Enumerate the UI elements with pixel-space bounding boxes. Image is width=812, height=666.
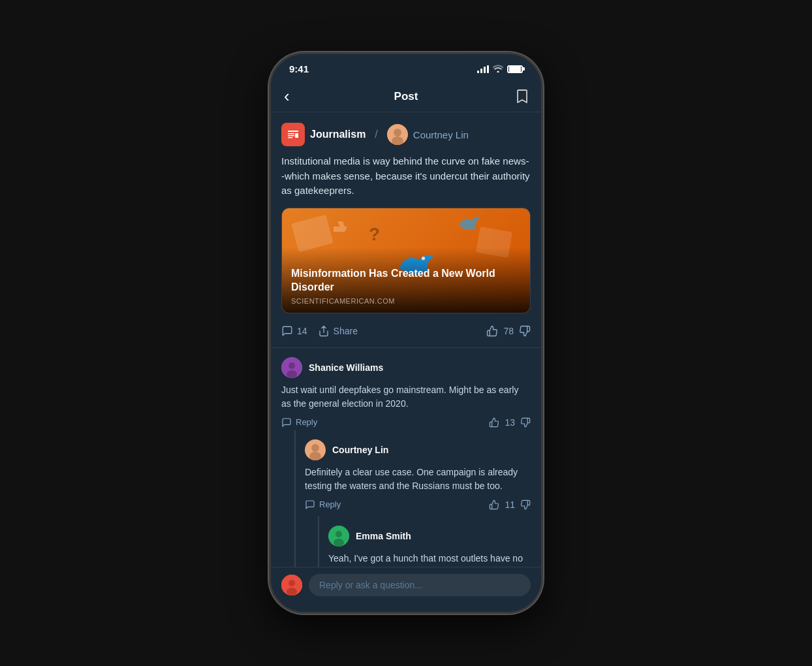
emma-header: Emma Smith	[328, 526, 531, 547]
courtney-downvote[interactable]	[520, 500, 531, 510]
battery-icon	[507, 65, 523, 73]
post-vote: 78	[486, 325, 531, 337]
svg-rect-1	[295, 133, 298, 138]
courtney-vote: 11	[489, 500, 531, 510]
main-post: Journalism / Courtney Lin	[271, 112, 541, 348]
comment-count: 14	[297, 326, 307, 336]
reply-input[interactable]	[309, 574, 531, 596]
article-image: ?	[282, 208, 530, 313]
courtney-avatar	[305, 439, 326, 460]
actions-left: 14 Share	[281, 325, 358, 337]
wifi-icon	[493, 64, 503, 74]
category-badge[interactable]: Journalism	[281, 123, 366, 146]
svg-point-17	[287, 588, 297, 595]
author-section[interactable]: Courtney Lin	[387, 124, 469, 145]
bookmark-button[interactable]	[507, 89, 528, 104]
article-overlay: Misinformation Has Created a New World D…	[282, 247, 530, 313]
comment-header-shanice: Shanice Williams	[281, 357, 531, 378]
courtney-upvote[interactable]	[489, 500, 499, 510]
shanice-upvote[interactable]	[489, 417, 499, 428]
svg-point-16	[289, 580, 295, 586]
svg-point-13	[336, 531, 342, 537]
svg-point-7	[289, 362, 295, 369]
post-header: Journalism / Courtney Lin	[281, 123, 531, 146]
article-title: Misinformation Has Created a New World D…	[291, 267, 521, 294]
article-source: SCIENTIFICAMERICAN.COM	[291, 297, 521, 305]
svg-point-14	[334, 539, 344, 547]
deco-question: ?	[369, 224, 380, 245]
reply-courtney-header: Courtney Lin	[305, 439, 531, 460]
nav-bar: ‹ Post	[271, 80, 541, 112]
svg-point-10	[311, 444, 319, 452]
post-actions: 14 Share 78	[281, 323, 531, 340]
shanice-reply-label: Reply	[296, 417, 317, 427]
phone-screen: 9:41	[271, 54, 541, 612]
author-avatar	[387, 124, 408, 145]
phone-device: 9:41	[269, 52, 543, 614]
deco-bird-2	[458, 214, 480, 236]
page-title: Post	[394, 90, 418, 103]
bottom-input-bar	[271, 567, 541, 612]
share-label: Share	[334, 326, 358, 336]
back-button[interactable]: ‹	[284, 86, 305, 106]
bookmark-icon	[516, 89, 528, 104]
shanice-downvote[interactable]	[520, 417, 531, 428]
reply-icon-1	[281, 417, 292, 428]
upvote-icon[interactable]	[486, 325, 498, 337]
vote-count: 78	[503, 326, 514, 336]
category-name: Journalism	[310, 129, 366, 140]
category-icon	[281, 123, 305, 146]
downvote-icon[interactable]	[519, 325, 531, 337]
reply-icon-2	[305, 500, 315, 510]
shanice-avatar	[281, 357, 302, 378]
shanice-actions: Reply 13	[281, 417, 531, 428]
emma-avatar	[328, 526, 349, 547]
courtney-likes: 11	[505, 500, 515, 510]
emma-name: Emma Smith	[356, 531, 411, 541]
shanice-likes: 13	[505, 417, 515, 428]
shanice-text: Just wait until deepfakes go mainstream.…	[281, 383, 531, 411]
post-text: Institutional media is way behind the cu…	[281, 154, 531, 198]
journalism-icon	[287, 129, 300, 140]
courtney-reply-name: Courtney Lin	[332, 445, 388, 455]
svg-point-3	[394, 129, 401, 136]
article-card[interactable]: ?	[281, 208, 531, 313]
comment-button[interactable]: 14	[281, 325, 307, 337]
current-user-avatar	[281, 575, 302, 595]
signal-icon	[477, 65, 489, 73]
author-avatar-image	[387, 124, 408, 145]
shanice-vote: 13	[489, 417, 531, 428]
share-icon	[318, 325, 330, 337]
shanice-reply-btn[interactable]: Reply	[281, 417, 317, 428]
share-button[interactable]: Share	[318, 325, 358, 337]
author-name: Courtney Lin	[413, 129, 469, 140]
status-icons	[477, 64, 523, 74]
courtney-reply-text: Definitely a clear use case. One campaig…	[305, 466, 531, 493]
notch	[364, 54, 448, 72]
scroll-content[interactable]: Journalism / Courtney Lin	[271, 112, 541, 612]
header-divider: /	[375, 129, 377, 140]
status-time: 9:41	[289, 63, 309, 74]
deco-twitter-logo	[332, 219, 351, 238]
shanice-name: Shanice Williams	[309, 362, 383, 373]
courtney-actions: Reply 11	[305, 500, 531, 510]
svg-point-8	[287, 370, 297, 378]
comment-icon	[281, 325, 293, 337]
courtney-reply-btn[interactable]: Reply	[305, 500, 341, 510]
deco-piece-1	[291, 214, 334, 252]
courtney-reply-label: Reply	[319, 500, 341, 509]
